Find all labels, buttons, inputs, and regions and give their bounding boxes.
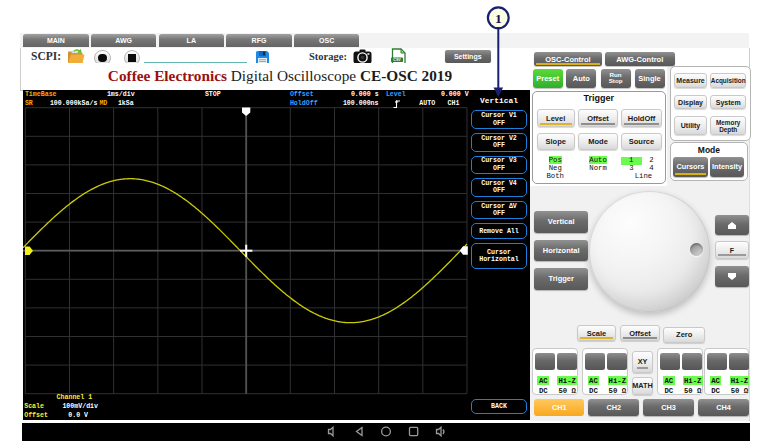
svg-text:1: 1 [495,11,502,26]
svg-text:CSV: CSV [393,58,401,62]
